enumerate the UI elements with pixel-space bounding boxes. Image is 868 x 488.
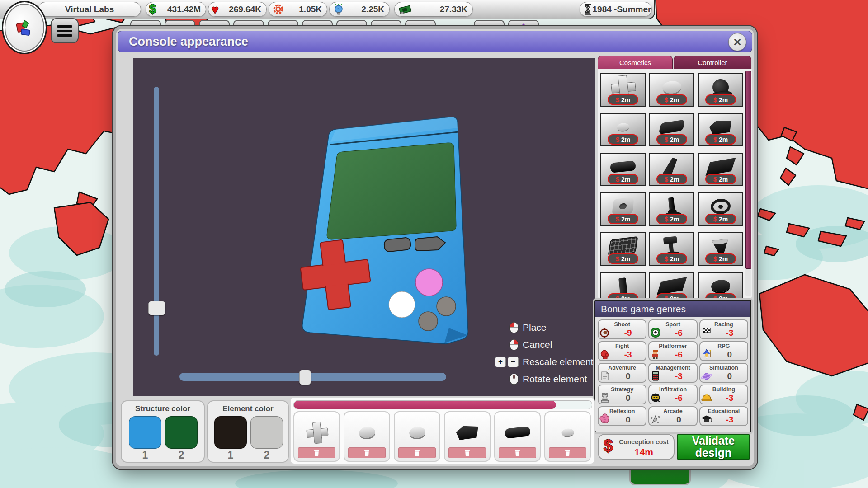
dialog-title-bar[interactable]: Console appearance × [118, 31, 752, 52]
flat-plate-icon [657, 277, 687, 295]
delete-part-button[interactable] [298, 447, 335, 458]
legend-row-rescale: + − Rescale element [495, 353, 594, 371]
tab-controller[interactable]: Controller [674, 56, 751, 69]
scroll-icon [599, 370, 611, 382]
trash-icon [314, 450, 320, 456]
part-pentagon-pad[interactable]: $2m [698, 113, 743, 146]
parts-palette: $2m $2m $2m $2m $2m $2m $2m $2m $2m $2m … [598, 69, 752, 298]
plate-hole-icon [612, 197, 634, 216]
delete-part-button[interactable] [448, 447, 486, 458]
logo-blocks-icon [14, 17, 35, 38]
placed-part-pentagon[interactable] [444, 411, 491, 462]
parts-budget-progress [293, 400, 592, 409]
bonus-game-genres-panel: Bonus game genres Shoot-9 Sport-6 Racing… [594, 300, 751, 432]
part-vertical-stick[interactable]: $2m [600, 272, 646, 298]
tab-cosmetics[interactable]: Cosmetics [598, 56, 673, 69]
genre-card-fight: Fight-3 [598, 341, 646, 361]
flat-disc-icon [711, 279, 731, 293]
part-cone-knob[interactable]: $2m [698, 232, 743, 266]
genres-panel-title: Bonus game genres [595, 301, 750, 317]
part-round-button[interactable]: $2m [649, 73, 694, 107]
hard-hat-icon [701, 392, 712, 404]
part-arcade-stick[interactable]: $2m [649, 232, 694, 266]
spaceship-icon [650, 413, 661, 425]
tab-label: Controller [698, 59, 727, 66]
calculator-icon [650, 370, 661, 382]
soccer-ball-icon [650, 327, 661, 338]
part-steering-wheel[interactable]: $2m [698, 192, 743, 226]
components-chip-icon [398, 4, 412, 15]
ninja-icon [650, 392, 661, 404]
validate-design-button[interactable]: Validate design [677, 434, 750, 460]
part-rounded-bar[interactable]: $2m [600, 153, 646, 186]
price-badge: $2m [705, 134, 736, 145]
research-pill: 1.05K [269, 2, 327, 17]
legend-label: Rotate element [523, 374, 587, 385]
delete-part-button[interactable] [398, 447, 436, 458]
genre-card-arcade: Arcade0 [648, 406, 697, 426]
part-flat-pad[interactable]: $2m [649, 113, 694, 146]
price-badge: $2m [656, 174, 687, 184]
element-color-swatch-2[interactable] [250, 416, 283, 449]
structure-color-swatch-1[interactable] [129, 416, 161, 449]
rotation-slider-handle[interactable] [299, 370, 311, 385]
placed-part-small-button[interactable] [544, 411, 591, 462]
part-joystick-ball[interactable]: $2m [698, 73, 743, 107]
part-plate-hole[interactable]: $2m [600, 192, 646, 226]
price-badge: $2m [705, 253, 736, 264]
element-color-panel: Element color 1 2 [207, 400, 289, 463]
console-3d-viewport[interactable]: Place Cancel + − Rescale element [133, 58, 595, 396]
mouse-left-click-icon [495, 322, 519, 333]
price-badge: $2m [705, 293, 736, 298]
planet-icon [701, 370, 712, 382]
genre-card-adventure: Adventure0 [598, 363, 646, 383]
delete-part-button[interactable] [499, 447, 536, 458]
structure-color-swatch-2[interactable] [165, 416, 198, 449]
conception-cost-panel: $ Conception cost 14m [598, 434, 675, 460]
close-button[interactable]: × [728, 33, 746, 51]
trash-icon [565, 450, 571, 456]
legend-label: Rescale element [523, 357, 593, 367]
genre-card-strategy: Strategy0 [598, 385, 646, 404]
game-logo[interactable] [2, 1, 47, 54]
placed-part-button[interactable] [344, 411, 390, 462]
legend-label: Place [523, 322, 547, 333]
part-dpad-cross[interactable]: $2m [600, 73, 646, 107]
hamburger-menu-button[interactable] [51, 18, 79, 43]
research-gear-icon [272, 3, 284, 15]
genre-card-racing: Racing-3 [699, 319, 748, 339]
top-resource-bar: Virtual Labs $ 431.42M ♥ 269.64K 1.05K 2… [0, 0, 655, 19]
validate-design-label: Validate design [678, 435, 749, 460]
checkered-flag-icon [701, 327, 712, 338]
ideas-pill: 2.25K [329, 2, 390, 17]
zoom-slider-handle[interactable] [148, 301, 165, 315]
element-color-swatch-1[interactable] [214, 416, 247, 449]
part-small-button[interactable]: $2m [600, 113, 646, 146]
tab-label: Cosmetics [619, 59, 651, 66]
part-flat-plate[interactable]: $2m [698, 153, 743, 186]
parts-scrollbar[interactable] [745, 71, 751, 296]
rounded-bar-icon [610, 161, 636, 174]
delete-part-button[interactable] [549, 447, 586, 458]
placed-part-dpad[interactable] [293, 411, 340, 462]
target-icon [599, 327, 611, 338]
close-icon: × [733, 34, 741, 50]
idea-bulb-icon [333, 3, 344, 15]
vertical-stick-icon [618, 278, 627, 295]
price-badge: $2m [656, 214, 687, 224]
company-name-pill: Virtual Labs [38, 2, 141, 17]
date-pill: 1984 -Summer [580, 2, 652, 17]
placed-part-pad[interactable] [494, 411, 541, 462]
rotation-slider-track[interactable] [179, 373, 446, 381]
placed-part-button[interactable] [394, 411, 440, 462]
delete-part-button[interactable] [348, 447, 386, 458]
part-flat-disc[interactable]: $2m [698, 272, 743, 298]
trash-icon [514, 450, 520, 456]
part-keypad[interactable]: $2m [600, 232, 646, 266]
price-badge: $2m [656, 134, 687, 145]
legend-label: Cancel [523, 339, 552, 350]
genres-grid: Shoot-9 Sport-6 Racing-3 Fight-3 Platfor… [595, 317, 750, 428]
part-flat-plate[interactable]: $2m [649, 272, 694, 298]
part-wedge[interactable]: $2m [649, 153, 694, 186]
part-joystick[interactable]: $2m [649, 192, 694, 226]
